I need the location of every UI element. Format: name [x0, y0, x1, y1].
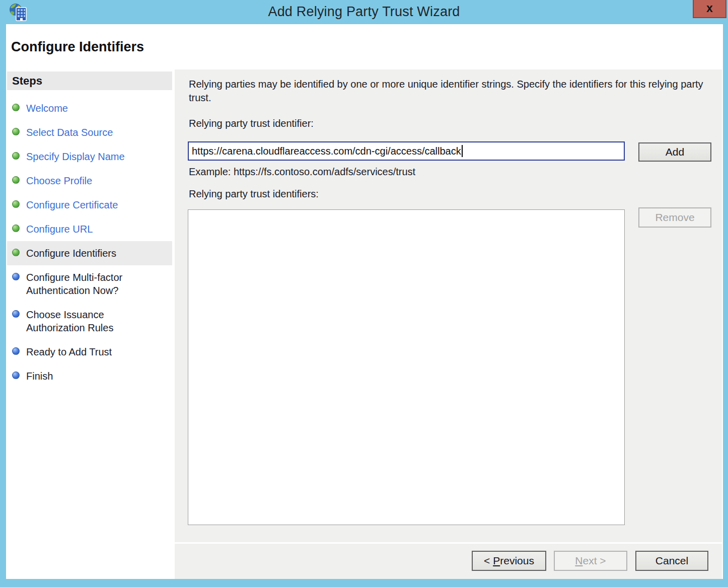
close-button[interactable]: x	[693, 0, 726, 18]
identifiers-list-label: Relying party trust identifiers:	[189, 188, 319, 200]
sidebar-step-item[interactable]: Configure Identifiers	[7, 241, 172, 265]
main-pane: Relying parties may be identified by one…	[175, 69, 722, 542]
cancel-button[interactable]: Cancel	[635, 551, 708, 571]
step-label: Specify Display Name	[26, 150, 125, 163]
step-status-dot-icon	[12, 249, 20, 256]
identifiers-listbox[interactable]	[188, 209, 625, 525]
sidebar-step-item[interactable]: Configure Multi-factor Authentication No…	[7, 265, 172, 303]
step-label: Configure Multi-factor Authentication No…	[26, 271, 155, 297]
identifier-input[interactable]: https://carena.cloudflareaccess.com/cdn-…	[188, 141, 625, 161]
wizard-content: Configure Identifiers Steps Welcome Sele…	[6, 24, 723, 579]
previous-button[interactable]: < Previous	[472, 551, 546, 571]
sidebar-step-item[interactable]: Select Data Source	[7, 120, 172, 144]
step-label: Finish	[26, 370, 53, 383]
step-status-dot-icon	[12, 372, 20, 379]
step-status-dot-icon	[12, 347, 20, 355]
identifier-input-value: https://carena.cloudflareaccess.com/cdn-…	[192, 145, 461, 157]
steps-sidebar: Steps Welcome Select Data Source Specify…	[6, 69, 173, 579]
wizard-window: Add Relying Party Trust Wizard x Configu…	[0, 0, 728, 587]
step-status-dot-icon	[12, 176, 20, 184]
step-label: Ready to Add Trust	[26, 345, 112, 358]
add-button[interactable]: Add	[638, 142, 711, 162]
page-title: Configure Identifiers	[11, 39, 144, 55]
step-label: Select Data Source	[26, 126, 113, 139]
step-label: Configure Identifiers	[26, 247, 116, 260]
identifier-label: Relying party trust identifier:	[189, 118, 314, 129]
sidebar-step-item[interactable]: Ready to Add Trust	[7, 340, 172, 364]
step-label: Choose Issuance Authorization Rules	[26, 308, 155, 334]
sidebar-step-item[interactable]: Choose Profile	[7, 169, 172, 193]
titlebar: Add Relying Party Trust Wizard x	[0, 0, 728, 24]
step-status-dot-icon	[12, 225, 20, 232]
step-label: Welcome	[26, 102, 68, 115]
next-button[interactable]: Next >	[554, 551, 627, 571]
intro-text: Relying parties may be identified by one…	[189, 78, 707, 105]
step-label: Choose Profile	[26, 174, 92, 187]
sidebar-step-item[interactable]: Choose Issuance Authorization Rules	[7, 303, 172, 340]
step-status-dot-icon	[12, 273, 20, 280]
sidebar-step-item[interactable]: Configure Certificate	[7, 193, 172, 217]
step-status-dot-icon	[12, 128, 20, 135]
sidebar-step-item[interactable]: Specify Display Name	[7, 144, 172, 169]
page-header: Configure Identifiers	[6, 24, 723, 69]
step-status-dot-icon	[12, 310, 20, 318]
step-label: Configure URL	[26, 223, 93, 236]
step-status-dot-icon	[12, 200, 20, 208]
sidebar-step-item[interactable]: Finish	[7, 364, 172, 388]
window-title: Add Relying Party Trust Wizard	[0, 4, 728, 20]
example-text: Example: https://fs.contoso.com/adfs/ser…	[189, 166, 415, 178]
text-caret	[462, 145, 463, 157]
step-label: Configure Certificate	[26, 198, 118, 211]
step-status-dot-icon	[12, 152, 20, 160]
steps-list: Welcome Select Data Source Specify Displ…	[6, 90, 173, 388]
steps-header: Steps	[7, 71, 172, 90]
remove-button[interactable]: Remove	[638, 207, 711, 228]
sidebar-step-item[interactable]: Welcome	[7, 96, 172, 120]
sidebar-step-item[interactable]: Configure URL	[7, 217, 172, 241]
step-status-dot-icon	[12, 104, 20, 111]
footer-bar: < Previous Next > Cancel	[175, 544, 722, 579]
